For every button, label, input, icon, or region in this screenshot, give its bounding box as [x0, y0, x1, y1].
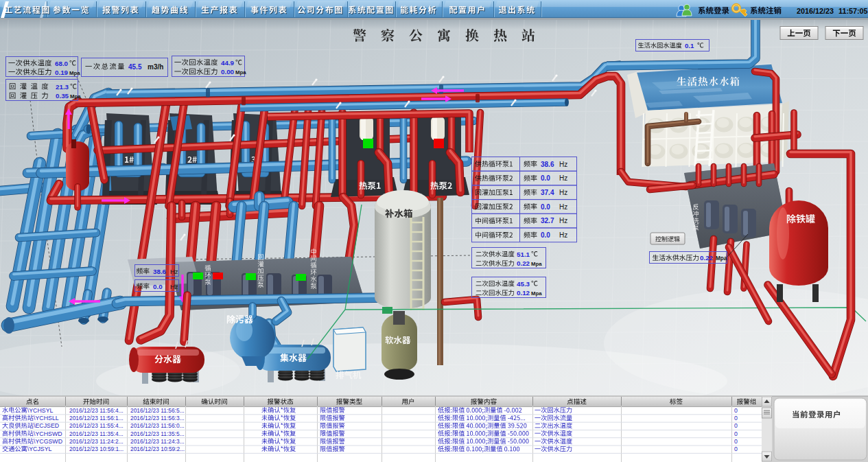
svg-text:45.3: 45.3 [517, 280, 530, 288]
svg-text:0.1: 0.1 [685, 42, 694, 49]
svg-text:Hz: Hz [170, 283, 178, 290]
svg-text:Hz: Hz [170, 268, 178, 275]
svg-text:0.22: 0.22 [517, 259, 530, 267]
svg-text:Mpa: Mpa [235, 69, 246, 76]
svg-text:0.12: 0.12 [517, 289, 530, 297]
svg-text:0: 0 [734, 438, 738, 445]
svg-text:11:57:05: 11:57:05 [838, 7, 868, 15]
svg-text:Hz: Hz [559, 231, 567, 239]
svg-text:\YCHSLL: \YCHSLL [34, 415, 59, 421]
svg-text:68.0: 68.0 [55, 60, 69, 67]
svg-text:2016/12/23 10:59:1...: 2016/12/23 10:59:1... [69, 446, 124, 452]
svg-text:0.0: 0.0 [541, 203, 550, 211]
svg-text:2016/12/23 11:56:5...: 2016/12/23 11:56:5... [130, 407, 185, 414]
svg-text:0.19: 0.19 [55, 69, 69, 76]
svg-text:Mpa: Mpa [531, 261, 542, 267]
svg-text:0: 0 [734, 415, 738, 421]
svg-text:44.9: 44.9 [221, 59, 235, 67]
svg-text:0.0: 0.0 [541, 174, 550, 182]
svg-text:45.5: 45.5 [128, 63, 142, 71]
svg-text:0: 0 [734, 430, 738, 437]
svg-text:Hz: Hz [559, 203, 567, 211]
svg-text:2016/12/23 11:24:3...: 2016/12/23 11:24:3... [130, 438, 185, 445]
svg-text:Hz: Hz [559, 174, 567, 182]
svg-text:Mpa: Mpa [716, 255, 727, 262]
svg-text:2016/12/23 10:59:2...: 2016/12/23 10:59:2... [130, 446, 185, 452]
svg-text:2016/12/23 11:55:4...: 2016/12/23 11:55:4... [69, 422, 124, 429]
svg-text:0.00: 0.00 [221, 68, 235, 76]
svg-text:32.7: 32.7 [541, 217, 554, 224]
svg-text:2016/12/23 11:56:0...: 2016/12/23 11:56:0... [130, 422, 185, 429]
svg-text:2016/12/23 11:24:2...: 2016/12/23 11:24:2... [69, 438, 124, 445]
svg-text:38.6: 38.6 [153, 268, 167, 275]
svg-text:Mpa: Mpa [69, 70, 80, 76]
svg-text:2016/12/23 11:56:3...: 2016/12/23 11:56:3... [130, 415, 185, 421]
svg-text:0: 0 [734, 407, 738, 414]
svg-text:m3/h: m3/h [148, 63, 163, 71]
svg-text:38.6: 38.6 [541, 161, 554, 168]
svg-text:Hz: Hz [559, 161, 567, 168]
svg-text:2016/12/23 11:56:1...: 2016/12/23 11:56:1... [69, 415, 124, 421]
svg-text:0.0: 0.0 [541, 231, 550, 239]
svg-text:0: 0 [734, 422, 738, 429]
svg-text:2016/12/23 11:56:4...: 2016/12/23 11:56:4... [69, 407, 124, 414]
svg-text:\YCHSWD: \YCHSWD [34, 430, 62, 437]
svg-text:0.22: 0.22 [700, 254, 714, 262]
svg-text:0.0: 0.0 [153, 283, 163, 290]
svg-text:51.1: 51.1 [517, 251, 530, 258]
svg-text:Hz: Hz [559, 217, 567, 224]
svg-text:Hz: Hz [559, 189, 567, 196]
svg-text:Mpa: Mpa [70, 93, 81, 100]
svg-text:2016/12/23: 2016/12/23 [797, 7, 834, 15]
svg-text:0: 0 [734, 446, 738, 452]
svg-text:Mpa: Mpa [531, 290, 542, 297]
svg-text:\YCHSYL: \YCHSYL [27, 407, 54, 414]
svg-text:21.3: 21.3 [56, 83, 69, 91]
svg-text:\YCJSYL: \YCJSYL [27, 446, 52, 452]
svg-text:2016/12/23 11:35:4...: 2016/12/23 11:35:4... [69, 430, 124, 437]
svg-text:\YCGSWD: \YCGSWD [34, 438, 62, 445]
svg-text:37.4: 37.4 [541, 189, 554, 196]
svg-text:2016/12/23 11:35:5...: 2016/12/23 11:35:5... [130, 430, 185, 437]
svg-text:\ECJSED: \ECJSED [34, 422, 59, 429]
svg-text:0.35: 0.35 [56, 92, 69, 100]
